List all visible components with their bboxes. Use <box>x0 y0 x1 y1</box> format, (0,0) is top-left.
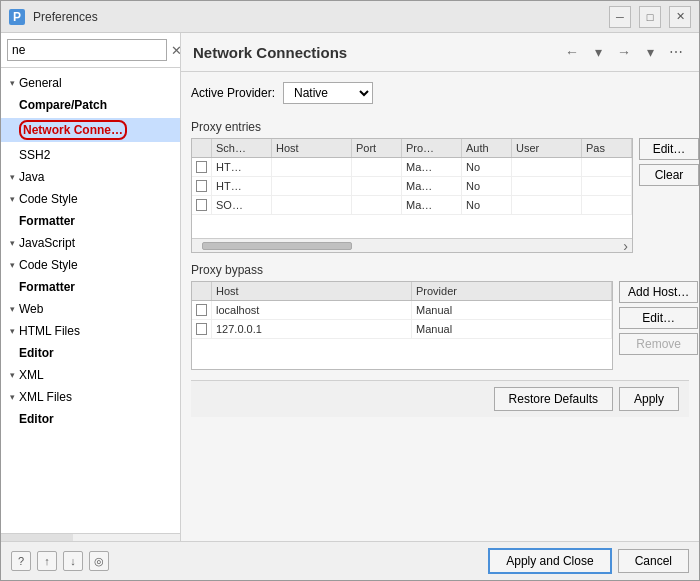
sidebar-item-java[interactable]: ▾ Java <box>1 166 180 188</box>
search-bar: ✕ <box>1 33 180 68</box>
sidebar-item-formatter-java[interactable]: Formatter <box>1 210 180 232</box>
row-pas <box>582 177 632 195</box>
cancel-button[interactable]: Cancel <box>618 549 689 573</box>
bypass-row-checkbox[interactable] <box>192 301 212 319</box>
bypass-table-header: Host Provider <box>192 282 612 301</box>
sidebar-item-formatter-js[interactable]: Formatter <box>1 276 180 298</box>
arrow-icon: ▾ <box>5 78 19 88</box>
row-host <box>272 158 352 176</box>
bypass-col-provider: Provider <box>412 282 612 300</box>
sidebar-item-code-style-java[interactable]: ▾ Code Style <box>1 188 180 210</box>
proxy-side-buttons: Edit… Clear <box>639 138 699 253</box>
col-pro: Pro… <box>402 139 462 157</box>
sidebar-item-label: XML Files <box>19 390 72 404</box>
sidebar-item-xml[interactable]: ▾ XML <box>1 364 180 386</box>
row-port <box>352 196 402 214</box>
sidebar-item-label: HTML Files <box>19 324 80 338</box>
sidebar-item-editor-xml[interactable]: Editor <box>1 408 180 430</box>
arrow-icon: ▾ <box>5 194 19 204</box>
bypass-col-empty <box>192 282 212 300</box>
proxy-table-header: Sch… Host Port Pro… Auth User Pas <box>192 139 632 158</box>
search-clear-button[interactable]: ✕ <box>171 42 181 58</box>
panel-title: Network Connections <box>193 44 347 61</box>
panel-header: Network Connections ← ▾ → ▾ ⋯ <box>181 33 699 72</box>
row-pas <box>582 196 632 214</box>
bypass-row-host: 127.0.0.1 <box>212 320 412 338</box>
row-user <box>512 177 582 195</box>
forward-dropdown-button[interactable]: ▾ <box>639 41 661 63</box>
bypass-remove-button[interactable]: Remove <box>619 333 698 355</box>
proxy-table-scrollbar[interactable]: › <box>192 238 632 252</box>
sidebar-item-javascript[interactable]: ▾ JavaScript <box>1 232 180 254</box>
table-row: HT… Ma… No <box>192 177 632 196</box>
sidebar-item-label: Editor <box>19 346 54 360</box>
bypass-table-container: Host Provider localhost Manual <box>191 281 689 370</box>
restore-defaults-button[interactable]: Restore Defaults <box>494 387 613 411</box>
help-icon[interactable]: ? <box>11 551 31 571</box>
row-checkbox[interactable] <box>192 177 212 195</box>
more-button[interactable]: ⋯ <box>665 41 687 63</box>
bypass-table: Host Provider localhost Manual <box>191 281 613 370</box>
back-dropdown-button[interactable]: ▾ <box>587 41 609 63</box>
close-button[interactable]: ✕ <box>669 6 691 28</box>
row-auth: No <box>462 158 512 176</box>
sidebar-item-general[interactable]: ▾ General <box>1 72 180 94</box>
row-pro: Ma… <box>402 158 462 176</box>
col-empty <box>192 139 212 157</box>
sidebar-item-network-connections[interactable]: Network Conne… <box>1 116 180 144</box>
bypass-add-host-button[interactable]: Add Host… <box>619 281 698 303</box>
arrow-icon: ▾ <box>5 392 19 402</box>
bypass-row-host: localhost <box>212 301 412 319</box>
row-user <box>512 158 582 176</box>
row-pro: Ma… <box>402 196 462 214</box>
proxy-table: Sch… Host Port Pro… Auth User Pas <box>191 138 633 253</box>
import-icon[interactable]: ↓ <box>63 551 83 571</box>
arrow-icon: ▾ <box>5 304 19 314</box>
row-checkbox[interactable] <box>192 196 212 214</box>
bypass-table-wrapper: Host Provider localhost Manual <box>191 281 613 370</box>
sidebar-item-label: General <box>19 76 62 90</box>
search-input[interactable] <box>7 39 167 61</box>
provider-row: Active Provider: Native Manual Direct <box>191 82 689 104</box>
bypass-edit-button[interactable]: Edit… <box>619 307 698 329</box>
bypass-col-host: Host <box>212 282 412 300</box>
sidebar-item-label: XML <box>19 368 44 382</box>
panel-bottom-bar: Restore Defaults Apply <box>191 380 689 417</box>
proxy-clear-button[interactable]: Clear <box>639 164 699 186</box>
preferences-window: P Preferences ─ □ ✕ ✕ ▾ General <box>0 0 700 581</box>
bypass-row-checkbox[interactable] <box>192 320 212 338</box>
sidebar-item-label: Code Style <box>19 258 78 272</box>
right-panel: Network Connections ← ▾ → ▾ ⋯ Active Pro… <box>181 33 699 541</box>
main-content: ✕ ▾ General Compare/Patch <box>1 33 699 541</box>
sidebar-item-compare-patch[interactable]: Compare/Patch <box>1 94 180 116</box>
sidebar-item-xml-files[interactable]: ▾ XML Files <box>1 386 180 408</box>
row-checkbox[interactable] <box>192 158 212 176</box>
sidebar-item-ssh2[interactable]: SSH2 <box>1 144 180 166</box>
settings-icon[interactable]: ◎ <box>89 551 109 571</box>
sidebar-item-code-style-js[interactable]: ▾ Code Style <box>1 254 180 276</box>
proxy-table-wrapper: Sch… Host Port Pro… Auth User Pas <box>191 138 633 253</box>
sidebar-item-html-files[interactable]: ▾ HTML Files <box>1 320 180 342</box>
proxy-edit-button[interactable]: Edit… <box>639 138 699 160</box>
back-button[interactable]: ← <box>561 41 583 63</box>
minimize-button[interactable]: ─ <box>609 6 631 28</box>
sidebar-item-editor-web[interactable]: Editor <box>1 342 180 364</box>
proxy-table-container: Sch… Host Port Pro… Auth User Pas <box>191 138 689 253</box>
sidebar-item-label: Java <box>19 170 44 184</box>
bypass-empty-space <box>192 339 612 369</box>
apply-and-close-button[interactable]: Apply and Close <box>488 548 611 574</box>
apply-button[interactable]: Apply <box>619 387 679 411</box>
row-pas <box>582 158 632 176</box>
export-icon[interactable]: ↑ <box>37 551 57 571</box>
row-port <box>352 158 402 176</box>
proxy-bypass-section: Proxy bypass Host Provider <box>191 263 689 370</box>
maximize-button[interactable]: □ <box>639 6 661 28</box>
sidebar-item-web[interactable]: ▾ Web <box>1 298 180 320</box>
sidebar-scrollbar[interactable] <box>1 533 180 541</box>
app-icon: P <box>9 9 25 25</box>
active-provider-select[interactable]: Native Manual Direct <box>283 82 373 104</box>
bypass-side-buttons: Add Host… Edit… Remove <box>619 281 698 370</box>
sidebar-item-label: Network Conne… <box>19 120 127 140</box>
forward-button[interactable]: → <box>613 41 635 63</box>
col-host: Host <box>272 139 352 157</box>
